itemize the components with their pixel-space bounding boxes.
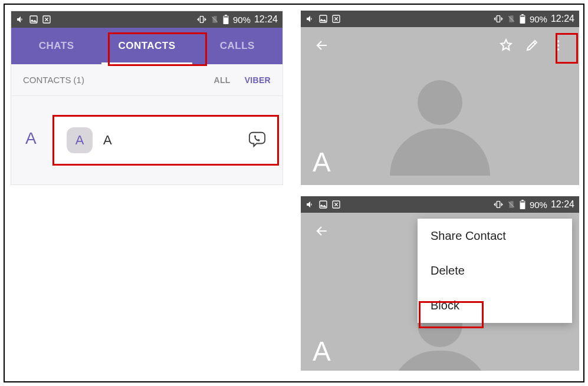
battery-icon <box>222 15 229 24</box>
filter-viber[interactable]: VIBER <box>245 75 271 85</box>
volume-icon <box>306 200 315 209</box>
battery-icon <box>519 14 526 24</box>
menu-share-contact[interactable]: Share Contact <box>418 219 572 253</box>
no-sim-icon <box>507 14 515 24</box>
svg-point-14 <box>557 48 559 51</box>
battery-percent: 90% <box>530 200 547 210</box>
svg-rect-4 <box>225 15 227 16</box>
tab-calls[interactable]: CALLS <box>192 28 282 64</box>
edit-button[interactable] <box>519 32 545 58</box>
menu-block[interactable]: Block <box>418 288 572 323</box>
svg-rect-5 <box>224 17 228 18</box>
status-bar: 90% 12:24 <box>301 11 579 27</box>
svg-rect-11 <box>520 16 524 17</box>
battery-icon <box>519 200 526 209</box>
back-button[interactable] <box>309 218 335 244</box>
back-button[interactable] <box>309 32 335 58</box>
vibrate-icon <box>493 14 504 24</box>
pencil-icon <box>525 38 539 52</box>
picture-icon <box>29 15 38 24</box>
picture-icon <box>318 200 328 209</box>
tutorial-frame: 90% 12:24 CHATS CONTACTS CALLS CONTACTS … <box>4 4 584 382</box>
tab-bar: CHATS CONTACTS CALLS <box>11 28 282 64</box>
tab-contacts[interactable]: CONTACTS <box>101 28 192 64</box>
contact-name: A <box>103 133 112 148</box>
battery-percent: 90% <box>530 14 547 24</box>
filter-all[interactable]: ALL <box>214 75 231 85</box>
app-bar <box>301 27 579 64</box>
no-sim-icon <box>507 200 515 209</box>
svg-rect-2 <box>200 17 203 23</box>
menu-delete[interactable]: Delete <box>418 253 572 288</box>
svg-point-13 <box>557 44 559 47</box>
clock-time: 12:24 <box>551 199 574 210</box>
clock-time: 12:24 <box>254 14 278 25</box>
clock-time: 12:24 <box>551 14 574 24</box>
picture-icon <box>318 14 328 24</box>
screen-contact-detail: 90% 12:24 A <box>301 11 579 185</box>
svg-rect-17 <box>497 202 500 208</box>
status-bar: 90% 12:24 <box>301 196 579 213</box>
more-vertical-icon <box>551 38 565 52</box>
more-button[interactable] <box>545 32 571 58</box>
svg-point-12 <box>557 40 559 42</box>
star-outline-icon <box>498 38 514 53</box>
contacts-count-label: CONTACTS (1) <box>23 75 84 85</box>
x-box-icon <box>42 15 51 24</box>
screen-contacts-list: 90% 12:24 CHATS CONTACTS CALLS CONTACTS … <box>11 11 283 185</box>
x-box-icon <box>331 14 341 24</box>
status-bar: 90% 12:24 <box>11 11 282 28</box>
arrow-left-icon <box>315 38 329 52</box>
screen-contact-menu: 90% 12:24 A Share Contact Delete Block <box>301 196 579 371</box>
svg-rect-10 <box>521 14 524 15</box>
favorite-button[interactable] <box>493 32 519 58</box>
contact-row[interactable]: A A <box>56 117 277 163</box>
svg-rect-19 <box>521 200 524 201</box>
contact-avatar: A <box>67 127 93 153</box>
overflow-menu: Share Contact Delete Block <box>418 219 572 323</box>
contact-initial: A <box>313 335 331 367</box>
x-box-icon <box>331 200 341 209</box>
svg-rect-20 <box>520 202 524 203</box>
contact-initial: A <box>313 146 331 178</box>
tab-chats[interactable]: CHATS <box>11 28 101 64</box>
volume-icon <box>16 15 25 24</box>
avatar-placeholder <box>390 80 490 176</box>
svg-rect-8 <box>497 16 500 22</box>
viber-call-icon[interactable] <box>248 130 266 150</box>
filter-bar: CONTACTS (1) ALL VIBER <box>11 64 282 96</box>
volume-icon <box>306 14 315 24</box>
vibrate-icon <box>196 15 207 24</box>
vibrate-icon <box>493 200 504 209</box>
arrow-left-icon <box>315 224 329 238</box>
section-letter: A <box>25 129 37 148</box>
no-sim-icon <box>211 15 219 24</box>
battery-percent: 90% <box>233 15 251 25</box>
